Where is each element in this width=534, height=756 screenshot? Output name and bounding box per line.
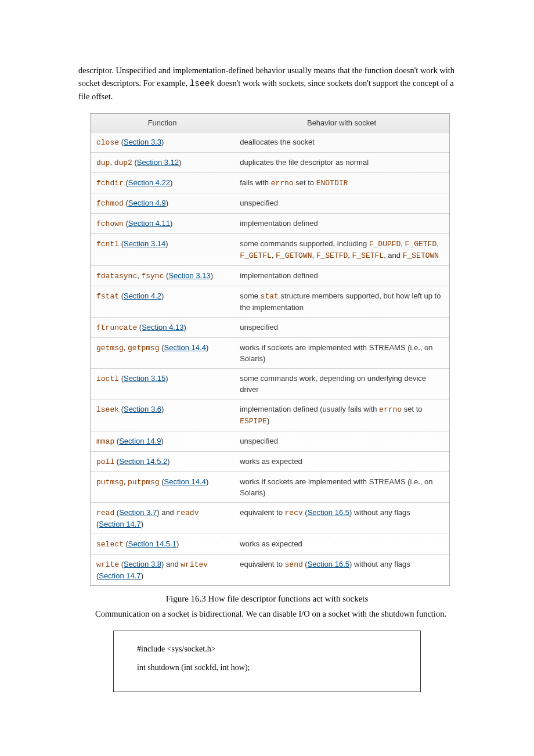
text-token: ) — [206, 477, 208, 486]
text-token: some — [240, 291, 260, 300]
section-link[interactable]: Section 14.7 — [99, 571, 140, 580]
function-behavior-table-wrap: Function Behavior with socket close (Sec… — [90, 113, 450, 586]
section-link[interactable]: Section 3.14 — [124, 239, 165, 248]
text-token: ( — [124, 178, 128, 187]
paragraph-shutdown: Communication on a socket is bidirection… — [78, 607, 456, 620]
section-link[interactable]: Section 14.7 — [99, 520, 140, 528]
text-token: , — [348, 251, 352, 260]
section-link[interactable]: Section 16.5 — [308, 560, 349, 568]
text-token: ( — [160, 477, 164, 486]
section-link[interactable]: Section 4.9 — [128, 199, 166, 207]
text-token: ) — [211, 271, 213, 280]
cell-behavior: some commands work, depending on underly… — [234, 369, 449, 399]
text-token: ) — [161, 291, 164, 300]
section-link[interactable]: Section 4.22 — [128, 178, 170, 187]
text-token: ) — [141, 571, 143, 580]
code-token: ENOTDIR — [316, 179, 348, 188]
cell-function: lseek (Section 3.6) — [91, 399, 234, 431]
code-token: ioctl — [96, 375, 119, 383]
text-token: equivalent to — [240, 560, 284, 568]
code-token: fcntl — [96, 240, 119, 249]
table-row: putmsg, putpmsg (Section 14.4)works if s… — [91, 472, 449, 503]
cell-function: ftruncate (Section 4.13) — [91, 318, 234, 338]
code-token: errno — [379, 405, 402, 414]
code-token: fchmod — [96, 199, 124, 208]
section-link[interactable]: Section 3.3 — [124, 138, 161, 146]
code-token: fsync — [141, 272, 164, 280]
text-token: ( — [119, 239, 124, 248]
cell-function: ioctl (Section 3.15) — [91, 369, 234, 399]
text-token: ( — [132, 158, 137, 167]
code-token: F_SETFL — [352, 251, 384, 260]
section-link[interactable]: Section 3.13 — [168, 271, 210, 280]
text-token: ( — [124, 539, 128, 548]
code-token: F_GETOWN — [276, 251, 312, 260]
section-link[interactable]: Section 3.6 — [124, 405, 161, 413]
text-token: ( — [119, 291, 124, 300]
section-link[interactable]: Section 14.5.1 — [128, 539, 176, 548]
text-token: works if sockets are implemented with ST… — [240, 343, 432, 363]
section-link[interactable]: Section 3.15 — [124, 374, 165, 383]
section-link[interactable]: Section 3.7 — [119, 508, 157, 517]
text-token: , and — [384, 251, 403, 260]
text-token: ( — [114, 437, 119, 445]
cell-function: fdatasync, fsync (Section 3.13) — [91, 266, 234, 286]
text-token: implementation defined (usually fails wi… — [240, 405, 379, 413]
text-token: ( — [119, 138, 124, 146]
text-token: ( — [119, 560, 124, 568]
cell-behavior: some stat structure members supported, b… — [234, 286, 449, 318]
text-token: , — [272, 251, 276, 260]
table-row: fchdir (Section 4.22)fails with errno se… — [91, 173, 449, 193]
text-token: ) — [267, 416, 269, 425]
cell-function: getmsg, getpmsg (Section 14.4) — [91, 338, 234, 369]
table-body: close (Section 3.3)deallocates the socke… — [91, 132, 449, 586]
text-token: ( — [137, 323, 142, 332]
cell-function: fchdir (Section 4.22) — [91, 173, 234, 193]
text-token: , — [436, 239, 439, 248]
code-token: mmap — [96, 437, 114, 446]
text-token: ( — [114, 457, 119, 466]
cell-function: putmsg, putpmsg (Section 14.4) — [91, 472, 234, 503]
text-token: ) and — [157, 508, 176, 517]
code-token: recv — [285, 509, 303, 517]
section-link[interactable]: Section 14.9 — [119, 437, 161, 445]
section-link[interactable]: Section 14.4 — [164, 477, 206, 486]
code-token: F_GETFL — [240, 251, 272, 260]
cell-behavior: fails with errno set to ENOTDIR — [234, 173, 449, 193]
cell-function: read (Section 3.7) and readv (Section 14… — [91, 503, 234, 534]
section-link[interactable]: Section 16.5 — [308, 508, 349, 517]
intro-paragraph: descriptor. Unspecified and implementati… — [78, 64, 456, 103]
cell-behavior: works as expected — [234, 534, 449, 555]
table-row: read (Section 3.7) and readv (Section 14… — [91, 503, 449, 534]
section-link[interactable]: Section 4.2 — [124, 291, 161, 300]
section-link[interactable]: Section 14.4 — [164, 343, 206, 352]
section-link[interactable]: Section 4.11 — [128, 219, 170, 228]
text-token: works as expected — [240, 539, 302, 548]
header-behavior: Behavior with socket — [234, 114, 449, 132]
text-token: ) — [170, 178, 172, 187]
code-token: send — [285, 560, 303, 569]
code-token: read — [96, 509, 114, 517]
text-token: , — [312, 251, 316, 260]
section-link[interactable]: Section 4.13 — [142, 323, 183, 332]
text-token: some commands supported, including — [240, 239, 369, 248]
code-synopsis-box: #include <sys/socket.h> int shutdown (in… — [113, 631, 421, 692]
cell-function: dup, dup2 (Section 3.12) — [91, 153, 234, 173]
section-link[interactable]: Section 14.5.2 — [119, 457, 167, 466]
text-token: ( — [303, 508, 308, 517]
table-row: dup, dup2 (Section 3.12)duplicates the f… — [91, 153, 449, 173]
text-token: , — [124, 477, 128, 486]
table-row: mmap (Section 14.9)unspecified — [91, 431, 449, 452]
code-token: lseek — [96, 405, 119, 414]
section-link[interactable]: Section 3.8 — [124, 560, 161, 568]
code-token: getpmsg — [128, 344, 160, 352]
figure-caption: Figure 16.3 How file descriptor function… — [78, 594, 456, 604]
cell-behavior: equivalent to send (Section 16.5) withou… — [234, 555, 449, 586]
code-token: ESPIPE — [240, 417, 267, 426]
cell-behavior: unspecified — [234, 193, 449, 214]
text-token: set to — [294, 178, 316, 187]
text-token: ) without any flags — [349, 560, 410, 568]
section-link[interactable]: Section 3.12 — [137, 158, 179, 167]
code-token: stat — [261, 292, 279, 301]
text-token: , — [124, 343, 128, 352]
